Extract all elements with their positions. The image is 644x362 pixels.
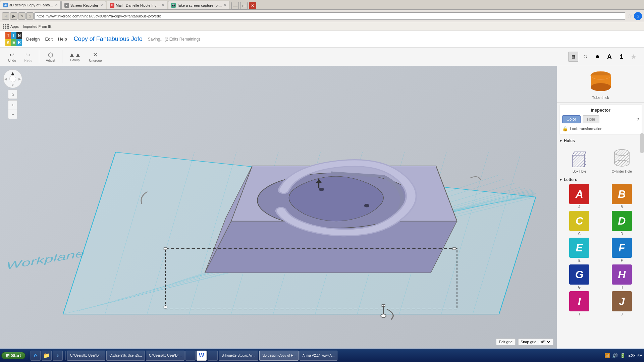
inspector-panel: Inspector Color Hole ? 🔒 Lock transforma… <box>559 105 642 134</box>
taskbar-btn-3d-active[interactable]: 3D design Copy of F... <box>259 351 298 361</box>
tab-screen-recorder[interactable]: ● Screen Recorder ✕ <box>61 1 106 9</box>
letters-section-header[interactable]: ▼ Letters <box>559 177 642 182</box>
letter-a-item[interactable]: A A <box>559 184 600 209</box>
letter-f-item[interactable]: F F <box>602 238 642 262</box>
ungroup-button[interactable]: ✕ Ungroup <box>86 50 104 64</box>
system-tray: 📶 🔊 🔋 5:28 PM <box>604 353 643 358</box>
inspector-color-btn[interactable]: Color <box>562 115 581 123</box>
home-view-btn[interactable]: ⌂ <box>8 89 17 99</box>
cylinder-hole-svg <box>610 145 634 169</box>
holes-section-header[interactable]: ▼ Holes <box>559 138 642 143</box>
bottom-controls: Edit grid Snap grid 1/8" 1/4" 1/2" 1" <box>496 339 553 345</box>
3d-view-icon[interactable]: ⬡ <box>580 52 590 62</box>
compass[interactable]: ▲ ▼ ▶ ◀ <box>3 69 22 88</box>
forward-btn[interactable]: ▶ <box>10 12 17 20</box>
taskbar-btn-2[interactable]: C:\Users\ltc User\Dr... <box>106 351 145 361</box>
restore-btn[interactable]: □ <box>240 2 248 9</box>
star-tool-icon[interactable]: ★ <box>629 52 639 62</box>
back-btn[interactable]: ◀ <box>2 12 9 20</box>
star-bookmark-icon[interactable]: ☆ <box>627 13 632 19</box>
letter-d-item[interactable]: D D <box>602 211 642 236</box>
home-btn[interactable]: ⌂ <box>26 12 34 20</box>
taskbar-btn-afinia[interactable]: Afinia V2.14 www.A... <box>300 351 338 361</box>
letter-c-item[interactable]: C C <box>559 211 600 236</box>
tab-title-rec: Screen Recorder <box>70 3 98 7</box>
undo-button[interactable]: ↩ Undo <box>5 50 19 64</box>
letter-i-item[interactable]: I I <box>559 291 600 316</box>
inspector-hole-btn[interactable]: Hole <box>583 115 600 123</box>
tab-screen-capture[interactable]: 📷 Take a screen capture (pr... ✕ <box>168 1 229 9</box>
tube-thick-item[interactable]: Tube thick <box>560 69 641 100</box>
tab-title-capture: Take a screen capture (pr... <box>177 3 222 7</box>
cylinder-hole-item[interactable]: Cylinder Hole <box>602 145 642 173</box>
group-button[interactable]: ▲▲ Group <box>66 50 84 63</box>
box-hole-item[interactable]: Box Hole <box>559 145 600 173</box>
logo-t: T <box>5 32 11 39</box>
letter-c-label: C <box>578 232 581 236</box>
ie-icon[interactable]: e <box>31 351 41 361</box>
edit-grid-button[interactable]: Edit grid <box>496 339 516 345</box>
letter-e-label: E <box>578 259 581 262</box>
tab-3d-design[interactable]: 3D 3D design Copy of Fanta... ✕ <box>0 1 61 9</box>
tube-thick-label: Tube thick <box>592 96 609 100</box>
minimize-btn[interactable]: — <box>231 2 239 9</box>
viewport[interactable]: Workplane ▲ ▼ ▶ ◀ ⌂ + − <box>0 66 557 349</box>
address-input[interactable] <box>34 12 625 20</box>
windows-logo-icon: ⊞ <box>6 353 10 358</box>
letter-j-item[interactable]: J J <box>602 291 642 316</box>
flat-view-icon[interactable]: ⬢ <box>592 52 602 62</box>
svg-rect-37 <box>164 248 167 250</box>
tab-close-mail[interactable]: ✕ <box>162 3 164 7</box>
apps-bookmark[interactable]: Apps <box>3 24 19 29</box>
grid-view-icon[interactable]: ▦ <box>568 52 578 62</box>
letters-section-arrow: ▼ <box>559 178 562 182</box>
tab-close-rec[interactable]: ✕ <box>100 3 103 7</box>
tab-close-3d[interactable]: ✕ <box>55 3 58 7</box>
lock-icon: 🔒 <box>562 126 568 131</box>
start-button[interactable]: ⊞ Start <box>1 352 25 359</box>
holes-section-label: Holes <box>564 138 575 143</box>
imported-from-ie-bookmark[interactable]: Imported From IE <box>23 24 52 28</box>
taskbar-btn-4[interactable] <box>185 351 196 361</box>
right-top-tools: ▦ ⬡ ⬢ A 1 ★ <box>568 52 639 62</box>
taskbar-btn-silhouette[interactable]: Silhouette Studio: Air... <box>219 351 259 361</box>
nav-edit[interactable]: Edit <box>45 37 52 42</box>
tab-close-capture[interactable]: ✕ <box>224 3 226 7</box>
taskbar: ⊞ Start e 📁 ♪ C:\Users\ltc User\Dr... C:… <box>0 349 644 362</box>
nav-help[interactable]: Help <box>58 37 67 42</box>
inspector-help-icon[interactable]: ? <box>637 117 639 122</box>
refresh-btn[interactable]: ↻ <box>18 12 25 20</box>
tube-thick-section: Tube thick <box>557 66 644 103</box>
letter-a-thumb: A <box>569 184 589 204</box>
snap-grid-select[interactable]: 1/8" 1/4" 1/2" 1" <box>538 340 551 344</box>
nav-design[interactable]: Design <box>26 37 40 42</box>
folder-icon[interactable]: 📁 <box>42 351 52 361</box>
bookmarks-bar: Apps Imported From IE <box>0 22 644 31</box>
redo-button[interactable]: ↪ Redo <box>21 50 35 64</box>
media-icon[interactable]: ♪ <box>53 351 63 361</box>
taskbar-btn-word[interactable]: W <box>197 351 207 361</box>
adjust-button[interactable]: ⬡ Adjust <box>43 50 58 64</box>
volume-tray-icon: 🔊 <box>612 353 618 358</box>
zoom-in-btn[interactable]: + <box>8 100 17 110</box>
panel-scrollbar[interactable] <box>640 133 644 153</box>
zoom-out-btn[interactable]: − <box>8 110 17 119</box>
taskbar-btn-1[interactable]: C:\Users\ltc User\Dr... <box>67 351 106 361</box>
compass-west: ◀ <box>4 77 7 81</box>
letter-tool-icon[interactable]: A <box>604 52 614 62</box>
tab-mail[interactable]: ✉ Mail - Danielle Nicole Ing... ✕ <box>107 1 167 9</box>
letter-b-label: B <box>621 205 623 209</box>
taskbar-btn-3[interactable]: C:\Users\ltc User\Dr... <box>146 351 184 361</box>
svg-marker-53 <box>573 155 584 167</box>
svg-rect-39 <box>164 306 167 308</box>
close-btn[interactable]: ✕ <box>249 2 256 9</box>
taskbar-btn-5[interactable] <box>208 351 218 361</box>
number-tool-icon[interactable]: 1 <box>616 52 627 62</box>
action-toolbar: ↩ Undo ↪ Redo ⬡ Adjust ▲▲ Group ✕ Ungrou… <box>0 48 644 66</box>
letter-h-item[interactable]: H H <box>602 264 642 289</box>
letter-g-item[interactable]: G G <box>559 264 600 289</box>
box-hole-svg <box>568 145 591 169</box>
letter-b-item[interactable]: B B <box>602 184 642 209</box>
letter-g-thumb: G <box>569 264 589 285</box>
letter-e-item[interactable]: E E <box>559 238 600 262</box>
